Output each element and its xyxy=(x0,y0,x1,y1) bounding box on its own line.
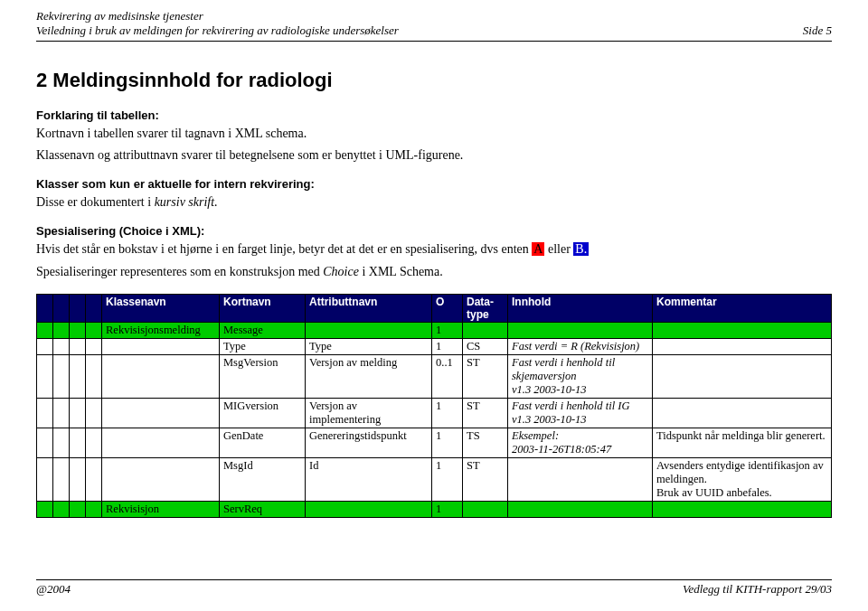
cell-kortnavn: GenDate xyxy=(220,428,306,457)
subhead-forklaring: Forklaring til tabellen: xyxy=(36,108,832,122)
cell-klassenavn: Rekvisisjonsmelding xyxy=(102,322,220,338)
para-3: Disse er dokumentert i kursiv skrift. xyxy=(36,194,832,212)
table-row: Type Type 1 CS Fast verdi = R (Rekvisisj… xyxy=(37,338,832,354)
table-row: GenDate Genereringstidspunkt 1 TS Eksemp… xyxy=(37,428,832,457)
cell-kortnavn: Message xyxy=(220,322,306,338)
para-5: Spesialiseringer representeres som en ko… xyxy=(36,264,832,281)
th-klassenavn: Klassenavn xyxy=(102,294,220,322)
subhead-klasser: Klasser som kun er aktuelle for intern r… xyxy=(36,177,832,191)
th-attributtnavn: Attributtnavn xyxy=(306,294,432,322)
para-5-pre: Spesialiseringer representeres som en ko… xyxy=(36,265,323,278)
para-1: Kortnavn i tabellen svarer til tagnavn i… xyxy=(36,126,832,143)
cell-innhold: Fast verdi = R (Rekvisisjon) xyxy=(508,338,653,354)
cell-o: 1 xyxy=(432,428,463,457)
cell-o: 0..1 xyxy=(432,354,463,398)
cell-kortnavn: ServReq xyxy=(220,501,306,517)
para-3-it: kursiv skrift. xyxy=(155,195,218,209)
para-2: Klassenavn og attributtnavn svarer til b… xyxy=(36,147,832,164)
cell-o: 1 xyxy=(432,457,463,501)
cell-attributtnavn: Id xyxy=(306,457,432,501)
para-3-pre: Disse er dokumentert i xyxy=(36,195,155,209)
cell-kortnavn: MsgId xyxy=(220,457,306,501)
cell-datatype: ST xyxy=(463,354,508,398)
th-kommentar: Kommentar xyxy=(653,294,832,322)
th-datatype: Data-type xyxy=(463,294,508,322)
cell-kommentar: Avsenders entydige identifikasjon av mel… xyxy=(653,457,832,501)
para-4-pre: Hvis det står en bokstav i et hjørne i e… xyxy=(36,242,532,256)
section-title: 2 Meldingsinnhold for radiologi xyxy=(36,69,832,92)
page-header: Rekvirering av medisinske tjenester Veil… xyxy=(36,9,832,39)
subhead-spesialisering: Spesialisering (Choice i XML): xyxy=(36,224,832,238)
cell-innhold: Fast verdi i henhold til skjemaversjon v… xyxy=(508,354,653,398)
para-4: Hvis det står en bokstav i et hjørne i e… xyxy=(36,241,832,258)
header-rule xyxy=(36,41,832,42)
choice-a-icon: A xyxy=(532,242,544,256)
cell-o: 1 xyxy=(432,398,463,428)
th-innhold: Innhold xyxy=(508,294,653,322)
page-footer: @2004 Vedlegg til KITH-rapport 29/03 xyxy=(36,579,832,597)
cell-innhold: Eksempel: 2003-11-26T18:05:47 xyxy=(508,428,653,457)
cell-attributtnavn: Versjon av melding xyxy=(306,354,432,398)
cell-klassenavn: Rekvisisjon xyxy=(102,501,220,517)
cell-datatype: TS xyxy=(463,428,508,457)
page-number: Side 5 xyxy=(803,24,832,38)
th-kortnavn: Kortnavn xyxy=(220,294,306,322)
para-5-post: i XML Schema. xyxy=(359,265,443,278)
table-row: MsgId Id 1 ST Avsenders entydige identif… xyxy=(37,457,832,501)
footer-left: @2004 xyxy=(36,582,71,597)
cell-kommentar: Tidspunkt når meldinga blir generert. xyxy=(653,428,832,457)
cell-datatype: ST xyxy=(463,398,508,428)
table-row: Rekvisisjon ServReq 1 xyxy=(37,501,832,517)
cell-datatype: ST xyxy=(463,457,508,501)
cell-o: 1 xyxy=(432,501,463,517)
cell-attributtnavn: Type xyxy=(306,338,432,354)
cell-kortnavn: MIGversion xyxy=(220,398,306,428)
cell-datatype: CS xyxy=(463,338,508,354)
header-line1: Rekvirering av medisinske tjenester xyxy=(36,9,832,24)
cell-attributtnavn: Genereringstidspunkt xyxy=(306,428,432,457)
header-line2: Veiledning i bruk av meldingen for rekvi… xyxy=(36,24,399,38)
table-row: Rekvisisjonsmelding Message 1 xyxy=(37,322,832,338)
choice-b-icon: B. xyxy=(573,242,589,256)
cell-kortnavn: Type xyxy=(220,338,306,354)
th-o: O xyxy=(432,294,463,322)
table-row: MsgVersion Versjon av melding 0..1 ST Fa… xyxy=(37,354,832,398)
table-header-row: Klassenavn Kortnavn Attributtnavn O Data… xyxy=(37,294,832,322)
table-row: MIGversion Versjon av implementering 1 S… xyxy=(37,398,832,428)
para-5-it: Choice xyxy=(323,265,359,278)
footer-right: Vedlegg til KITH-rapport 29/03 xyxy=(683,582,832,597)
cell-attributtnavn: Versjon av implementering xyxy=(306,398,432,428)
cell-o: 1 xyxy=(432,338,463,354)
para-4-mid: eller xyxy=(544,242,573,256)
cell-o: 1 xyxy=(432,322,463,338)
footer-rule xyxy=(36,579,832,580)
spec-table: Klassenavn Kortnavn Attributtnavn O Data… xyxy=(36,294,832,518)
cell-innhold: Fast verdi i henhold til IG v1.3 2003-10… xyxy=(508,398,653,428)
page: Rekvirering av medisinske tjenester Veil… xyxy=(0,0,868,611)
cell-kortnavn: MsgVersion xyxy=(220,354,306,398)
